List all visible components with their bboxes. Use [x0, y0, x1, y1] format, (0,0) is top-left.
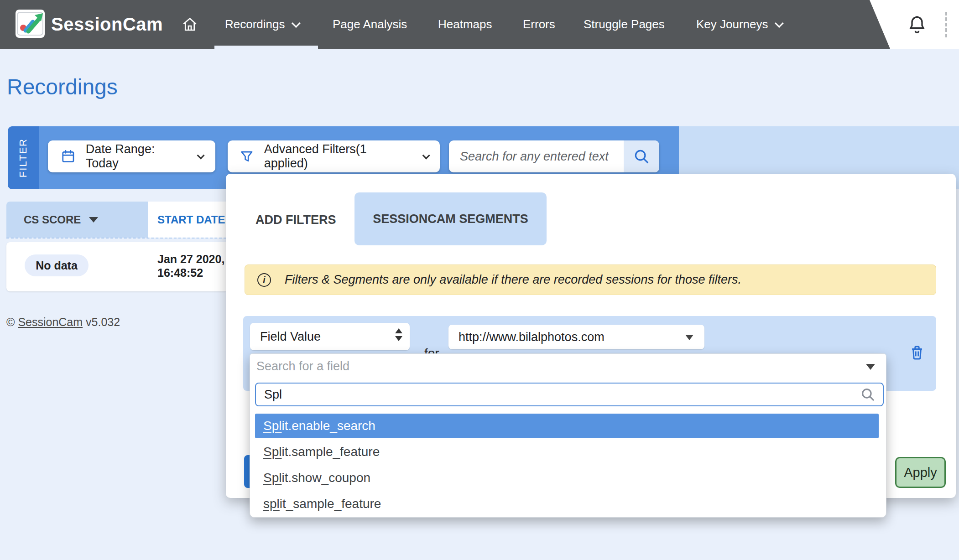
cs-score-badge: No data	[25, 254, 89, 276]
advanced-filters-panel: ADD FILTERS SESSIONCAM SEGMENTS i Filter…	[226, 174, 956, 498]
chevron-down-icon	[774, 19, 783, 28]
column-header-start-date[interactable]: START DATE	[148, 202, 226, 238]
filter-tab[interactable]: FILTER	[8, 126, 39, 189]
sessioncam-logo-icon[interactable]	[16, 10, 45, 38]
field-search-input[interactable]	[256, 388, 860, 402]
chevron-down-icon	[197, 152, 205, 160]
version-footer: © SessionCam v5.032	[6, 316, 120, 329]
bell-icon	[907, 15, 927, 35]
site-select[interactable]: http://www.bilalphotos.com	[448, 325, 704, 349]
column-header-cs-score[interactable]: CS SCORE	[6, 202, 148, 238]
search-icon	[860, 387, 876, 402]
home-button[interactable]	[182, 0, 198, 49]
tab-sessioncam-segments[interactable]: SESSIONCAM SEGMENTS	[354, 192, 547, 245]
text-search-box	[449, 140, 659, 172]
nav-item-recordings[interactable]: Recordings	[225, 0, 298, 49]
table-row[interactable]: No data Jan 27 2020, 16:48:52	[6, 242, 226, 291]
field-type-select[interactable]: Field Value	[250, 323, 410, 350]
field-search-box	[255, 383, 884, 406]
sessioncam-app: SessionCam Recordings Page Analysis Heat…	[0, 0, 959, 560]
select-spinner-icon	[395, 328, 402, 341]
tab-add-filters[interactable]: ADD FILTERS	[244, 205, 348, 235]
field-option-split-show-coupon[interactable]: Split.show_coupon	[255, 466, 879, 490]
overflow-menu-icon[interactable]	[945, 12, 947, 37]
nav-item-heatmaps[interactable]: Heatmaps	[438, 0, 492, 49]
sessioncam-link[interactable]: SessionCam	[18, 316, 83, 328]
notifications-bell-button[interactable]	[907, 15, 927, 35]
page-title: Recordings	[7, 74, 118, 99]
info-icon: i	[257, 273, 271, 287]
dropdown-arrow-icon	[866, 364, 875, 370]
dropdown-arrow-icon	[685, 335, 693, 340]
home-icon	[182, 16, 198, 33]
nav-item-page-analysis[interactable]: Page Analysis	[333, 0, 407, 49]
apply-button[interactable]: Apply	[895, 457, 946, 488]
search-submit-button[interactable]	[624, 140, 659, 172]
field-combobox-placeholder: Search for a field	[256, 359, 349, 373]
field-option-split-sample-feature-lc[interactable]: split_sample_feature	[255, 492, 879, 516]
field-combobox[interactable]: Search for a field	[250, 354, 886, 379]
brand-name[interactable]: SessionCam	[51, 0, 163, 49]
field-option-split-enable-search[interactable]: Split.enable_search	[255, 414, 879, 438]
search-icon	[633, 148, 650, 165]
funnel-icon	[240, 149, 254, 164]
nav-item-struggle-pages[interactable]: Struggle Pages	[584, 0, 665, 49]
advanced-filters-button[interactable]: Advanced Filters(1 applied)	[228, 140, 440, 172]
nav-item-errors[interactable]: Errors	[523, 0, 555, 49]
text-search-input[interactable]	[449, 140, 624, 172]
date-range-button[interactable]: Date Range: Today	[48, 140, 215, 172]
chevron-down-icon	[291, 19, 300, 28]
start-date-cell: Jan 27 2020, 16:48:52	[157, 252, 224, 280]
nav-item-key-journeys[interactable]: Key Journeys	[696, 0, 781, 49]
table-header-row: CS SCORE START DATE	[6, 202, 226, 239]
sort-descending-icon	[89, 217, 98, 223]
top-nav-bar: SessionCam Recordings Page Analysis Heat…	[0, 0, 959, 49]
delete-filter-button[interactable]	[908, 343, 928, 363]
segments-notice-banner: i Filters & Segments are only available …	[245, 264, 936, 295]
chevron-down-icon	[422, 151, 430, 159]
calendar-icon	[61, 149, 76, 164]
trash-icon	[908, 343, 926, 362]
field-dropdown-popup: Search for a field Split.enable_search S…	[250, 353, 886, 518]
field-option-split-sample-feature[interactable]: Split.sample_feature	[255, 440, 879, 464]
